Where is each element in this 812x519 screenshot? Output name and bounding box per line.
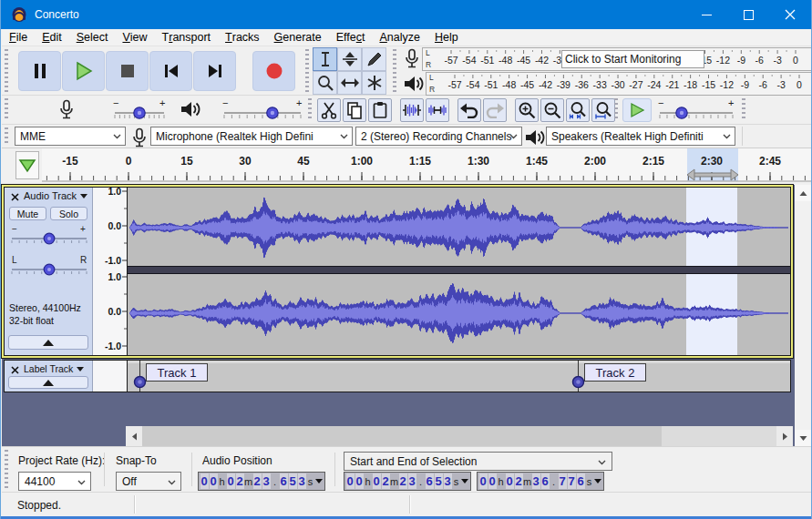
menu-tracks[interactable]: Tracks xyxy=(218,29,267,46)
multi-tool-button[interactable] xyxy=(362,71,386,95)
skip-to-end-button[interactable] xyxy=(193,51,236,91)
selection-toolbar-grip[interactable] xyxy=(5,450,8,489)
menu-transport[interactable]: Transport xyxy=(155,29,219,46)
horizontal-scrollbar[interactable] xyxy=(126,426,793,446)
transport-toolbar-grip[interactable] xyxy=(5,49,8,92)
menu-help[interactable]: Help xyxy=(427,29,466,46)
dropdown-icon xyxy=(80,194,87,198)
title-bar[interactable]: Concerto xyxy=(1,0,811,29)
silence-audio-button[interactable] xyxy=(426,98,449,122)
menu-analyze[interactable]: Analyze xyxy=(372,29,427,46)
timeline-ruler[interactable]: -1501530451:001:151:301:452:002:152:302:… xyxy=(2,148,812,185)
recording-meter[interactable]: -57-54-51-48-45-42-39-36-33-30-27-24-21-… xyxy=(404,46,812,71)
gain-slider[interactable]: −+ xyxy=(9,224,89,248)
play-at-speed-button[interactable] xyxy=(622,98,652,122)
time-format-dropdown[interactable] xyxy=(460,479,469,483)
recording-device-select[interactable]: Microphone (Realtek High Defini xyxy=(150,127,353,146)
recording-volume-slider[interactable]: −+ xyxy=(111,97,168,123)
play-speed-slider[interactable]: −+ xyxy=(656,97,736,123)
selection-tool-button[interactable] xyxy=(313,47,337,71)
zoom-selection-button[interactable] xyxy=(566,98,590,122)
redo-button[interactable] xyxy=(483,98,507,122)
track-title-menu[interactable]: Label Track xyxy=(24,363,84,374)
play-at-speed-grip[interactable] xyxy=(614,98,618,121)
menu-bar: FileEditSelectViewTransportTracksGenerat… xyxy=(2,29,812,46)
mixer-toolbar-grip[interactable] xyxy=(5,98,8,121)
edit-toolbar-grip[interactable] xyxy=(308,98,312,121)
time-format-dropdown[interactable] xyxy=(593,479,602,483)
vertical-scrollbar[interactable] xyxy=(795,185,811,446)
recording-channels-select[interactable]: 2 (Stereo) Recording Channels xyxy=(355,127,522,146)
undo-button[interactable] xyxy=(457,98,481,122)
monitoring-overlay[interactable]: Click to Start Monitoring xyxy=(561,50,704,68)
stop-button[interactable] xyxy=(106,51,149,91)
trim-audio-button[interactable] xyxy=(400,98,424,122)
play-button[interactable] xyxy=(62,51,105,91)
scroll-down-button[interactable] xyxy=(795,430,811,446)
close-track-button[interactable] xyxy=(7,363,22,376)
label-handle-icon[interactable] xyxy=(133,375,147,389)
svg-text:0: 0 xyxy=(126,155,132,168)
project-rate-select[interactable]: 44100 xyxy=(18,472,91,491)
playback-device-select[interactable]: Speakers (Realtek High Definiti xyxy=(546,127,735,146)
collapse-track-button[interactable] xyxy=(8,376,88,389)
snap-to-select[interactable]: Off xyxy=(116,472,181,491)
selection-start-field[interactable]: 00h02m23.653s xyxy=(344,472,471,491)
menu-view[interactable]: View xyxy=(115,29,154,46)
pin-playhead-button[interactable] xyxy=(15,151,39,179)
record-button[interactable] xyxy=(252,51,295,91)
svg-text:+: + xyxy=(80,224,86,234)
zoom-out-button[interactable] xyxy=(540,98,564,122)
label-zone[interactable]: Track 1Track 2 xyxy=(127,361,790,392)
paste-button[interactable] xyxy=(368,98,392,122)
track-title-menu[interactable]: Audio Track xyxy=(24,190,87,201)
vertical-scale-ruler[interactable]: 1.00.0-1.01.00.0-1.0 xyxy=(93,188,127,355)
pause-button[interactable] xyxy=(18,51,61,91)
envelope-tool-button[interactable] xyxy=(337,47,362,71)
pan-slider[interactable]: LR xyxy=(9,255,89,279)
svg-text:-45: -45 xyxy=(517,55,530,66)
playback-meter[interactable]: -57-54-51-48-45-42-39-36-33-30-27-24-21-… xyxy=(404,71,812,96)
playback-volume-slider[interactable]: −+ xyxy=(221,97,304,123)
svg-text:-18: -18 xyxy=(684,79,697,90)
copy-button[interactable] xyxy=(343,98,366,122)
meter-toolbar-grip[interactable] xyxy=(393,49,396,92)
audio-position-field[interactable]: 00h02m23.653s xyxy=(198,472,325,491)
menu-edit[interactable]: Edit xyxy=(35,29,69,46)
scroll-right-button[interactable] xyxy=(776,426,793,446)
skip-to-start-button[interactable] xyxy=(149,51,192,91)
zoom-fit-button[interactable] xyxy=(591,98,615,122)
svg-text:-51: -51 xyxy=(484,79,498,90)
collapse-track-button[interactable] xyxy=(8,335,88,350)
close-track-button[interactable] xyxy=(7,190,22,203)
label-handle-icon[interactable] xyxy=(571,375,585,389)
scroll-left-button[interactable] xyxy=(126,426,142,446)
minimize-button[interactable] xyxy=(685,0,727,29)
spare-grip[interactable] xyxy=(742,98,745,121)
waveform-display[interactable] xyxy=(127,188,790,355)
menu-select[interactable]: Select xyxy=(69,29,116,46)
menu-effect[interactable]: Effect xyxy=(329,29,373,46)
scroll-up-button[interactable] xyxy=(795,185,811,201)
label-flag[interactable]: Track 1 xyxy=(146,363,208,382)
zoom-in-button[interactable] xyxy=(515,98,539,122)
horizontal-scroll-thumb[interactable] xyxy=(142,426,662,446)
cut-button[interactable] xyxy=(317,98,341,122)
menu-file[interactable]: File xyxy=(2,29,35,46)
audio-host-select[interactable]: MME xyxy=(15,127,126,146)
draw-tool-button[interactable] xyxy=(362,47,386,71)
track-area: Audio Track Mute Solo −+ LR Stereo, 4410… xyxy=(2,185,812,446)
solo-button[interactable]: Solo xyxy=(50,207,87,220)
zoom-tool-button[interactable] xyxy=(313,71,337,95)
tools-toolbar-grip[interactable] xyxy=(305,49,309,92)
device-toolbar-grip[interactable] xyxy=(5,127,8,145)
time-format-dropdown[interactable] xyxy=(314,479,324,483)
selection-end-field[interactable]: 00h02m36.776s xyxy=(477,472,604,491)
menu-generate[interactable]: Generate xyxy=(267,29,329,46)
mute-button[interactable]: Mute xyxy=(9,207,46,220)
selection-mode-select[interactable]: Start and End of Selection xyxy=(344,452,612,471)
close-button[interactable] xyxy=(769,0,811,29)
maximize-button[interactable] xyxy=(727,0,769,29)
label-flag[interactable]: Track 2 xyxy=(584,363,646,382)
time-shift-tool-button[interactable] xyxy=(337,71,362,95)
